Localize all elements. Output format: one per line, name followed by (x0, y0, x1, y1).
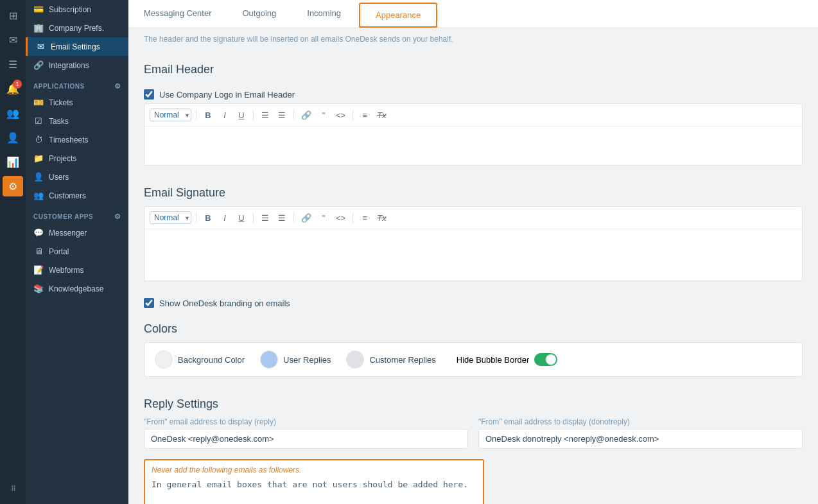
apps-icon[interactable]: ⠿ (3, 478, 23, 499)
grid-icon[interactable]: ⊞ (3, 5, 23, 26)
ticket-icon[interactable]: ☰ (3, 54, 23, 74)
users-icon: 👤 (33, 172, 44, 182)
sidebar-item-timesheets[interactable]: ⏱ Timesheets (26, 130, 128, 149)
tab-outgoing[interactable]: Outgoing (227, 0, 292, 28)
background-color-circle[interactable] (155, 351, 173, 369)
sidebar-item-label: Tickets (49, 98, 73, 107)
show-branding-checkbox[interactable] (144, 298, 154, 308)
sidebar-item-label: Webforms (49, 266, 83, 275)
sidebar-item-label: Messenger (49, 229, 87, 238)
show-branding-row: Show OneDesk branding on emails (144, 291, 803, 312)
chart-icon[interactable]: 📊 (3, 152, 23, 172)
tab-messaging-center[interactable]: Messaging Center (128, 0, 227, 28)
customer-replies-color-item[interactable]: Customer Replies (346, 351, 435, 369)
sig-ol-btn[interactable]: ☰ (258, 211, 272, 225)
applications-settings-icon[interactable]: ⚙ (114, 82, 121, 91)
sig-format-select-wrap[interactable]: Normal (150, 211, 191, 224)
toolbar-sep-3 (293, 110, 294, 120)
sidebar-item-integrations[interactable]: 🔗 Integrations (26, 56, 128, 74)
message-icon[interactable]: ✉ (3, 30, 23, 50)
header-format-select[interactable]: Normal (150, 109, 191, 121)
header-ol-btn[interactable]: ☰ (258, 108, 272, 122)
header-italic-btn[interactable]: I (218, 108, 232, 122)
sidebar-item-knowledgebase[interactable]: 📚 Knowledgebase (26, 279, 128, 298)
tab-appearance[interactable]: Appearance (359, 3, 437, 28)
customer-replies-color-circle[interactable] (346, 351, 364, 369)
sidebar-item-tasks[interactable]: ☑ Tasks (26, 112, 128, 130)
sidebar-item-label: Projects (49, 154, 76, 163)
header-bold-btn[interactable]: B (201, 108, 215, 122)
sidebar-item-label: Knowledgebase (49, 284, 103, 293)
sig-toolbar-sep-2 (253, 213, 254, 223)
subscription-icon: 💳 (33, 4, 44, 14)
reply-settings-title: Reply Settings (144, 387, 803, 417)
colors-section: Background Color User Replies Customer R… (144, 342, 803, 377)
use-company-logo-checkbox[interactable] (144, 89, 154, 100)
email-header-title: Email Header (144, 53, 803, 83)
sidebar: 💳 Subscription 🏢 Company Prefs. ✉ Email … (26, 0, 128, 504)
knowledgebase-icon: 📚 (33, 284, 44, 293)
header-quote-btn[interactable]: " (317, 108, 331, 122)
sidebar-item-tickets[interactable]: 🎫 Tickets (26, 93, 128, 112)
sidebar-item-label: Email Settings (51, 42, 100, 51)
customer-apps-settings-icon[interactable]: ⚙ (114, 213, 121, 221)
noreply-email-input[interactable] (478, 429, 803, 449)
header-link-btn[interactable]: 🔗 (299, 108, 314, 122)
tabs-bar: Messaging Center Outgoing Incoming Appea… (128, 0, 818, 28)
sig-align-btn[interactable]: ≡ (358, 211, 372, 225)
reply-email-input[interactable] (144, 429, 468, 449)
sig-italic-btn[interactable]: I (218, 211, 232, 225)
company-prefs-icon: 🏢 (33, 23, 44, 33)
sidebar-item-label: Company Prefs. (49, 24, 104, 33)
header-editor-toolbar: Normal B I U ☰ ☰ 🔗 " <> ≡ Tx (144, 104, 802, 126)
sig-code-btn[interactable]: <> (333, 211, 348, 225)
sig-toolbar-sep-4 (352, 213, 353, 223)
never-add-textarea[interactable]: In general email boxes that are not user… (145, 477, 483, 504)
sig-ul-btn[interactable]: ☰ (275, 211, 289, 225)
sig-quote-btn[interactable]: " (317, 211, 331, 225)
header-format-select-wrap[interactable]: Normal (150, 109, 191, 121)
sig-underline-btn[interactable]: U (234, 211, 248, 225)
sidebar-item-messenger[interactable]: 💬 Messenger (26, 223, 128, 242)
header-clear-btn[interactable]: Tx (374, 108, 388, 122)
content-area: The header and the signature will be ins… (128, 28, 818, 504)
sidebar-item-subscription[interactable]: 💳 Subscription (26, 0, 128, 19)
sidebar-item-label: Tasks (49, 117, 69, 126)
sidebar-item-email-settings[interactable]: ✉ Email Settings (26, 37, 128, 56)
header-underline-btn[interactable]: U (234, 108, 248, 122)
sidebar-item-portal[interactable]: 🖥 Portal (26, 242, 128, 261)
sig-editor-body[interactable] (144, 229, 802, 281)
sig-clear-btn[interactable]: Tx (374, 211, 388, 225)
sidebar-item-customers[interactable]: 👥 Customers (26, 186, 128, 205)
header-align-btn[interactable]: ≡ (358, 108, 372, 122)
customer-replies-color-label: Customer Replies (369, 355, 435, 365)
header-editor-body[interactable] (144, 126, 802, 165)
sidebar-item-projects[interactable]: 📁 Projects (26, 149, 128, 168)
settings-icon[interactable]: ⚙ (3, 176, 23, 196)
header-code-btn[interactable]: <> (333, 108, 348, 122)
subtitle: The header and the signature will be ins… (144, 28, 803, 53)
sig-link-btn[interactable]: 🔗 (299, 211, 314, 225)
background-color-item[interactable]: Background Color (155, 351, 245, 369)
applications-section-header: APPLICATIONS ⚙ (26, 74, 128, 93)
user-replies-color-item[interactable]: User Replies (260, 351, 331, 369)
bell-icon[interactable]: 🔔 1 (3, 78, 23, 99)
sig-bold-btn[interactable]: B (201, 211, 215, 225)
background-color-label: Background Color (178, 355, 245, 365)
people-icon[interactable]: 👥 (3, 103, 23, 123)
person-icon[interactable]: 👤 (3, 127, 23, 148)
signature-editor-toolbar: Normal B I U ☰ ☰ 🔗 " <> ≡ Tx (144, 207, 802, 229)
sidebar-item-users[interactable]: 👤 Users (26, 168, 128, 186)
webforms-icon: 📝 (33, 265, 44, 275)
header-ul-btn[interactable]: ☰ (275, 108, 289, 122)
main-content: Messaging Center Outgoing Incoming Appea… (128, 0, 818, 504)
noreply-email-label: "From" email address to display (donotre… (478, 417, 803, 426)
sidebar-item-company-prefs[interactable]: 🏢 Company Prefs. (26, 19, 128, 37)
sidebar-item-label: Portal (49, 247, 69, 256)
user-replies-color-circle[interactable] (260, 351, 278, 369)
sidebar-item-webforms[interactable]: 📝 Webforms (26, 261, 128, 279)
hide-bubble-border-toggle[interactable] (534, 353, 557, 366)
toolbar-sep-4 (352, 110, 353, 120)
tab-incoming[interactable]: Incoming (292, 0, 356, 28)
sig-format-select[interactable]: Normal (150, 211, 191, 224)
